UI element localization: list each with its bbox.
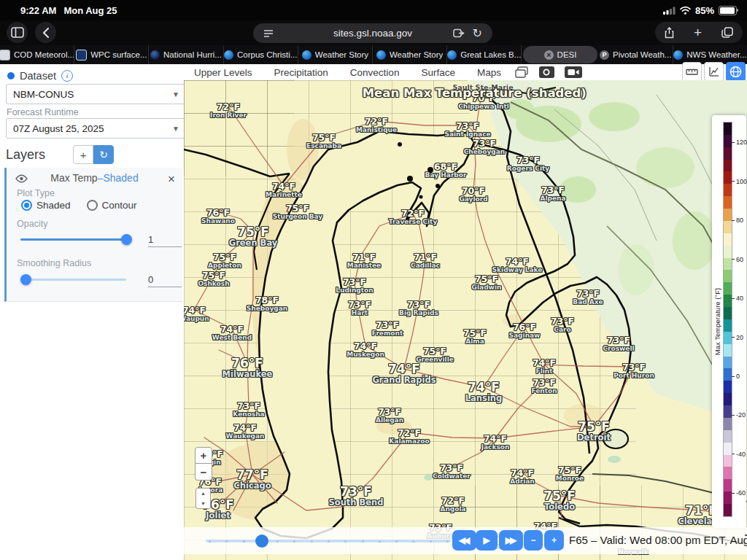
menu-precipitation[interactable]: Precipitation bbox=[274, 67, 328, 78]
station-bay-harbor: 68°FBay Harbor bbox=[425, 162, 467, 179]
tab-label: Weather Story bbox=[315, 50, 368, 59]
tab-desi[interactable]: ×DESI bbox=[523, 46, 597, 63]
camera-icon[interactable] bbox=[539, 66, 554, 78]
tab-wpc-surface[interactable]: WPC surface... bbox=[74, 45, 149, 64]
close-icon[interactable]: × bbox=[544, 50, 554, 60]
colorbar-tick: 120 bbox=[732, 142, 747, 143]
extension-icon[interactable] bbox=[453, 28, 465, 38]
station-sturgeon-bay: 75°FSturgeon Bay bbox=[273, 203, 322, 220]
zoom-scrollbar[interactable]: ▲ ▼ bbox=[196, 488, 211, 509]
station-sheboygan: 78°FSheboygan bbox=[247, 295, 287, 312]
station-city: Flint bbox=[533, 368, 556, 376]
pages-icon[interactable] bbox=[514, 66, 529, 79]
station-temp: 71°F bbox=[347, 252, 381, 262]
time-slider[interactable] bbox=[206, 540, 451, 542]
ruler-button[interactable] bbox=[682, 62, 702, 82]
station-city: Croswell bbox=[603, 346, 634, 353]
opacity-slider[interactable] bbox=[20, 234, 126, 245]
station-hart: 73°FHart bbox=[348, 300, 371, 316]
cellular-icon bbox=[663, 7, 676, 15]
station-temp: 76°F bbox=[201, 208, 235, 218]
sounding-chart-button[interactable] bbox=[704, 62, 724, 82]
radio-shaded[interactable]: Shaded bbox=[21, 200, 71, 211]
time-tick-dot bbox=[225, 540, 228, 542]
menu-convection[interactable]: Convection bbox=[350, 67, 400, 78]
clock: 9:22 AM bbox=[20, 5, 56, 16]
station-muskegon: 74°FMuskegon bbox=[347, 341, 384, 358]
smoothing-slider[interactable] bbox=[20, 274, 126, 285]
station-temp: 73°F bbox=[603, 335, 634, 346]
station-lansing: 74°FLansing bbox=[465, 381, 502, 403]
station-alma: 75°FAlma bbox=[463, 328, 487, 345]
address-bar[interactable]: sites.gsl.noaa.gov ↻ bbox=[253, 23, 492, 43]
opacity-slider-thumb[interactable] bbox=[121, 234, 132, 245]
station-city: Waupun bbox=[184, 316, 209, 323]
radio-contour[interactable]: Contour bbox=[87, 200, 137, 211]
smoothing-label: Smoothing Radius bbox=[17, 258, 91, 268]
back-button[interactable] bbox=[35, 22, 56, 43]
globe-button[interactable] bbox=[726, 62, 746, 82]
station-city: Muskegon bbox=[347, 351, 384, 359]
tab-corpus-christi[interactable]: Corpus Christi... bbox=[224, 45, 298, 64]
scroll-up-icon[interactable]: ▲ bbox=[201, 491, 206, 496]
scroll-down-icon[interactable]: ▼ bbox=[201, 501, 206, 506]
zoom-out-button[interactable]: − bbox=[195, 464, 212, 481]
reload-icon[interactable]: ↻ bbox=[473, 28, 482, 39]
smoothing-value[interactable]: 0 bbox=[148, 274, 182, 287]
station-city: Escanaba bbox=[306, 143, 341, 150]
tab-pivotal-weath[interactable]: PPivotal Weath... bbox=[599, 45, 673, 64]
info-icon[interactable]: i bbox=[61, 70, 73, 82]
station-angola: 72°FAngola bbox=[440, 496, 465, 513]
remove-layer-button[interactable]: × bbox=[168, 172, 175, 187]
plus-button[interactable]: + bbox=[544, 530, 564, 551]
runtime-select[interactable]: 07Z August 25, 2025 ▼ bbox=[6, 118, 187, 139]
tab-great-lakes-b[interactable]: Great Lakes B... bbox=[447, 45, 522, 64]
opacity-value[interactable]: 1 bbox=[148, 234, 182, 247]
layer-title: Max Temp–Shaded bbox=[7, 172, 182, 184]
play-button[interactable]: ▶ bbox=[476, 530, 498, 551]
colorbar-tick: -60 bbox=[732, 493, 746, 494]
video-camera-icon[interactable] bbox=[565, 66, 582, 78]
station-temp: 74°F bbox=[492, 257, 543, 267]
tab-weather-story[interactable]: Weather Story bbox=[373, 45, 447, 64]
zoom-in-button[interactable]: + bbox=[195, 447, 212, 464]
station-temp: 73°F bbox=[348, 300, 371, 310]
fast-forward-button[interactable]: ▶▶ bbox=[499, 530, 523, 551]
map-canvas[interactable]: Mean Max Temperature (shaded) Sault Ste-… bbox=[184, 80, 747, 560]
menu-maps[interactable]: Maps bbox=[477, 67, 501, 78]
new-tab-icon[interactable]: + bbox=[694, 26, 702, 39]
station-port-huron: 73°FPort Huron bbox=[614, 362, 654, 379]
tab-cod-meteorol[interactable]: COD Meteorol... bbox=[0, 45, 74, 64]
station-city: Port Huron bbox=[614, 373, 654, 380]
add-layer-button[interactable]: + bbox=[73, 145, 93, 164]
rewind-button[interactable]: ◀◀ bbox=[452, 530, 476, 551]
noaa-favicon-icon bbox=[673, 50, 683, 60]
layers-title: Layers bbox=[6, 147, 45, 163]
station-south-bend: 73°FSouth Bend bbox=[328, 485, 383, 508]
menu-upper-levels[interactable]: Upper Levels bbox=[194, 67, 252, 78]
station-city: Jackson bbox=[481, 444, 510, 451]
radio-circle-icon bbox=[87, 200, 98, 211]
tabs-icon[interactable] bbox=[721, 27, 733, 38]
station-big-rapids: 73°FBig Rapids bbox=[399, 300, 438, 316]
station-city: Kalamazoo bbox=[389, 438, 429, 446]
station-city: Cadillac bbox=[411, 262, 440, 270]
station-temp: 72°F bbox=[389, 428, 429, 438]
tab-weather-story[interactable]: Weather Story bbox=[298, 45, 373, 64]
tab-label: Weather Story bbox=[390, 50, 443, 59]
timeline-bar: ◀◀▶▶▶−+ F65 – Valid: Wed 08:00 pm EDT, A… bbox=[184, 527, 747, 554]
sidebar-toggle-button[interactable] bbox=[7, 22, 28, 43]
dataset-select[interactable]: NBM-CONUS ▼ bbox=[6, 84, 187, 104]
refresh-layers-button[interactable]: ↻ bbox=[93, 145, 114, 164]
station-city: Sheboygan bbox=[247, 306, 287, 313]
station-temp: 75°F bbox=[198, 271, 229, 281]
smoothing-slider-thumb[interactable] bbox=[20, 274, 31, 285]
tab-national-hurri[interactable]: National Hurri... bbox=[149, 45, 223, 64]
time-slider-thumb[interactable] bbox=[255, 534, 268, 548]
colorbar-tick: -20 bbox=[732, 415, 746, 416]
toolbar-right-group: + bbox=[655, 22, 743, 43]
menu-surface[interactable]: Surface bbox=[421, 67, 455, 78]
share-icon[interactable] bbox=[665, 27, 674, 39]
station-city: Chippewa Intl bbox=[458, 104, 509, 111]
minus-button[interactable]: − bbox=[524, 530, 543, 551]
